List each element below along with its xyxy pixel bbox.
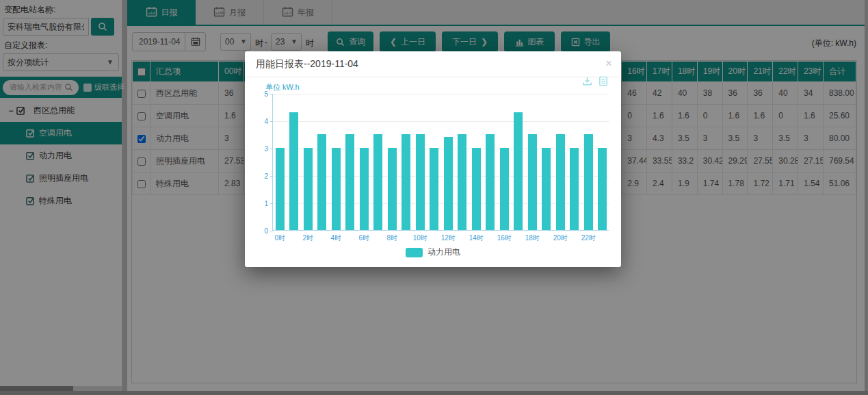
bar[interactable]	[430, 148, 438, 230]
x-axis-tick-label: 10时	[413, 233, 428, 243]
gridline	[273, 121, 609, 122]
y-axis-tick-label: 1	[264, 200, 268, 207]
modal-header: 用能日报表--2019-11-04	[245, 51, 621, 77]
x-axis-tick-label: 8时	[386, 233, 397, 243]
energy-report-modal: 用能日报表--2019-11-04 × 单位 kW.h 0123450时2时4时…	[245, 51, 621, 267]
bar[interactable]	[472, 148, 481, 230]
x-axis-tick-label: 18时	[525, 233, 540, 243]
bar[interactable]	[304, 148, 313, 230]
bar[interactable]	[388, 148, 397, 230]
page: 变配电站名称: 自定义报表: 按分项统计 ▼ 请输入检索内容 级联选	[0, 0, 868, 395]
bar[interactable]	[276, 148, 285, 230]
bar[interactable]	[332, 148, 341, 230]
save-as-image-icon[interactable]	[582, 76, 592, 86]
legend-label: 动力用电	[428, 246, 460, 258]
bar[interactable]	[289, 112, 298, 230]
bar-chart-plot: 0123450时2时4时6时8时10时12时14时16时18时20时22时	[272, 94, 609, 231]
bar[interactable]	[598, 148, 607, 230]
y-axis-tick	[270, 203, 273, 204]
y-axis-tick-label: 0	[264, 227, 268, 235]
bar[interactable]	[542, 148, 551, 230]
x-axis-tick-label: 14时	[469, 233, 484, 243]
y-axis-tick	[270, 231, 273, 231]
x-axis-tick-label: 12时	[441, 233, 456, 243]
bar[interactable]	[416, 134, 425, 230]
bar[interactable]	[584, 134, 593, 230]
x-axis-tick-label: 2时	[302, 233, 313, 243]
bar[interactable]	[528, 134, 537, 230]
x-axis-tick-label: 20时	[553, 233, 568, 243]
y-axis-tick-label: 4	[264, 118, 268, 125]
bar[interactable]	[556, 134, 565, 230]
bar[interactable]	[317, 134, 326, 230]
data-view-icon[interactable]	[599, 76, 608, 86]
bar[interactable]	[444, 137, 453, 230]
legend-swatch	[406, 248, 423, 257]
chart-legend[interactable]: 动力用电	[245, 246, 621, 258]
bar[interactable]	[360, 148, 369, 230]
y-axis-tick-label: 5	[264, 90, 268, 98]
y-axis-tick	[270, 149, 273, 149]
y-axis-tick	[270, 121, 273, 122]
bar[interactable]	[402, 134, 410, 230]
gridline	[273, 94, 609, 94]
x-axis-tick-label: 6时	[358, 233, 369, 243]
x-axis-tick-label: 22时	[581, 233, 596, 243]
bar[interactable]	[514, 112, 523, 230]
bar[interactable]	[345, 134, 354, 230]
chart-toolbox	[582, 76, 608, 86]
x-axis-tick-label: 4时	[330, 233, 341, 243]
chart-unit-label: 单位 kW.h	[265, 82, 300, 92]
x-axis-tick-label: 16时	[497, 233, 512, 243]
y-axis-tick-label: 3	[264, 145, 268, 153]
y-axis-tick	[270, 94, 273, 94]
y-axis-tick	[270, 176, 273, 177]
x-axis-tick-label: 0时	[274, 233, 285, 243]
bar[interactable]	[373, 134, 382, 230]
y-axis-tick-label: 2	[264, 173, 268, 180]
modal-title: 用能日报表--2019-11-04	[256, 58, 358, 71]
close-icon[interactable]: ×	[605, 58, 612, 69]
bar[interactable]	[500, 148, 509, 230]
bar[interactable]	[458, 134, 466, 230]
bar[interactable]	[570, 148, 579, 230]
bar[interactable]	[486, 134, 495, 230]
